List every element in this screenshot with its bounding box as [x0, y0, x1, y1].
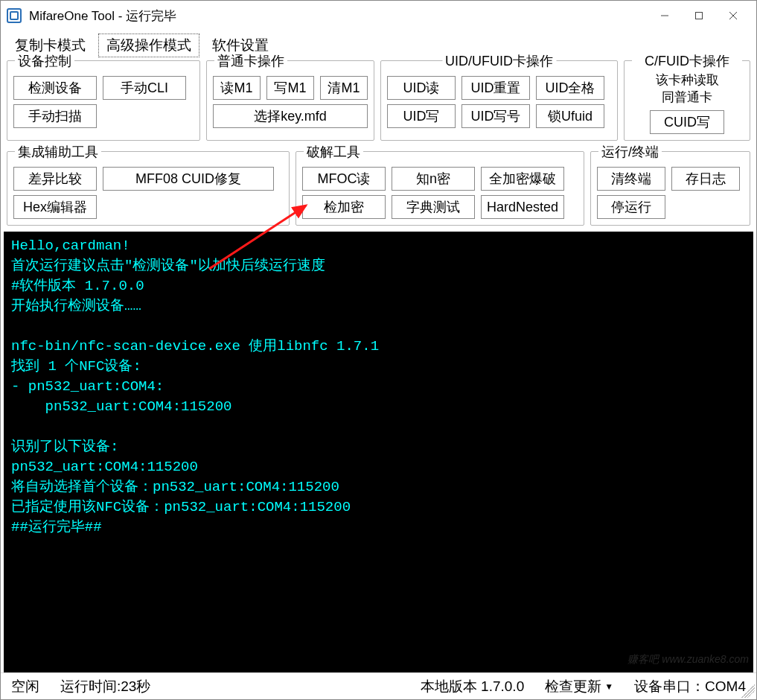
resize-grip[interactable] [741, 684, 755, 698]
diff-compare-button[interactable]: 差异比较 [13, 167, 97, 191]
group-legend: C/FUID卡操作 [632, 52, 742, 70]
check-encrypt-button[interactable]: 检加密 [302, 195, 386, 219]
group-uid-card: UID/UFUID卡操作 UID读 UID重置 UID全格 UID写 UID写号… [380, 60, 618, 141]
detect-device-button[interactable]: 检测设备 [13, 76, 97, 100]
read-m1-button[interactable]: 读M1 [213, 76, 261, 100]
svg-rect-1 [696, 13, 703, 19]
uid-full-button[interactable]: UID全格 [536, 76, 604, 100]
check-update-dropdown[interactable]: 检查更新 ▼ [545, 677, 613, 696]
manual-scan-button[interactable]: 手动扫描 [13, 104, 97, 128]
window-title: MifareOne Tool - 运行完毕 [29, 7, 176, 25]
cuid-write-button[interactable]: CUID写 [650, 110, 724, 134]
status-local-version: 本地版本 1.7.0.0 [421, 677, 524, 696]
lock-ufuid-button[interactable]: 锁Ufuid [536, 104, 604, 128]
close-button[interactable] [716, 3, 750, 28]
terminal-output[interactable]: Hello,cardman! 首次运行建议点击"检测设备"以加快后续运行速度 #… [4, 232, 753, 672]
group-legend: 运行/终端 [598, 143, 662, 161]
manual-cli-button[interactable]: 手动CLI [103, 76, 186, 100]
tab-advanced-mode[interactable]: 高级操作模式 [98, 34, 199, 57]
watermark: 赚客吧 www.zuanke8.com [627, 649, 749, 669]
group-aux-tools: 集成辅助工具 差异比较 MFF08 CUID修复 Hex编辑器 [7, 151, 290, 226]
save-log-button[interactable]: 存日志 [671, 167, 740, 191]
group-legend: UID/UFUID卡操作 [442, 52, 556, 70]
status-bar: 空闲 运行时间:23秒 本地版本 1.7.0.0 检查更新 ▼ 设备串口：COM… [1, 672, 756, 699]
select-key-button[interactable]: 选择key.mfd [213, 104, 368, 128]
group-cfuid-card: C/FUID卡操作 该卡种读取 同普通卡 CUID写 [624, 60, 750, 141]
mff08-cuid-fix-button[interactable]: MFF08 CUID修复 [103, 167, 274, 191]
maximize-button[interactable] [682, 3, 716, 28]
hardnested-button[interactable]: HardNested [481, 195, 564, 219]
group-device-control: 设备控制 检测设备 手动CLI 手动扫描 [7, 60, 200, 141]
group-legend: 破解工具 [304, 143, 363, 161]
group-crack-tools: 破解工具 MFOC读 知n密 全加密爆破 检加密 字典测试 HardNested [296, 151, 584, 226]
stop-run-button[interactable]: 停运行 [597, 195, 665, 219]
group-legend: 集成辅助工具 [15, 143, 101, 161]
write-m1-button[interactable]: 写M1 [266, 76, 314, 100]
uid-write-button[interactable]: UID写 [387, 104, 456, 128]
status-serial: 设备串口：COM4 [634, 677, 746, 696]
titlebar: MifareOne Tool - 运行完毕 [1, 1, 756, 31]
status-idle: 空闲 [11, 677, 39, 696]
clear-terminal-button[interactable]: 清终端 [597, 167, 665, 191]
cfuid-note: 该卡种读取 同普通卡 [630, 71, 744, 106]
status-runtime: 运行时间:23秒 [60, 677, 150, 696]
clear-m1-button[interactable]: 清M1 [320, 76, 368, 100]
group-normal-card: 普通卡操作 读M1 写M1 清M1 选择key.mfd [206, 60, 374, 141]
group-legend: 设备控制 [15, 52, 74, 70]
know-n-key-button[interactable]: 知n密 [392, 167, 475, 191]
uid-reset-button[interactable]: UID重置 [461, 76, 530, 100]
group-legend: 普通卡操作 [214, 52, 287, 70]
chevron-down-icon: ▼ [604, 681, 613, 692]
uid-read-button[interactable]: UID读 [387, 76, 456, 100]
dict-test-button[interactable]: 字典测试 [392, 195, 475, 219]
full-encrypt-brute-button[interactable]: 全加密爆破 [481, 167, 564, 191]
mfoc-read-button[interactable]: MFOC读 [302, 167, 386, 191]
app-icon [7, 8, 22, 23]
hex-editor-button[interactable]: Hex编辑器 [13, 195, 97, 219]
group-run-terminal: 运行/终端 清终端 存日志 停运行 [590, 151, 750, 226]
minimize-button[interactable] [648, 3, 682, 28]
uid-write-no-button[interactable]: UID写号 [461, 104, 530, 128]
